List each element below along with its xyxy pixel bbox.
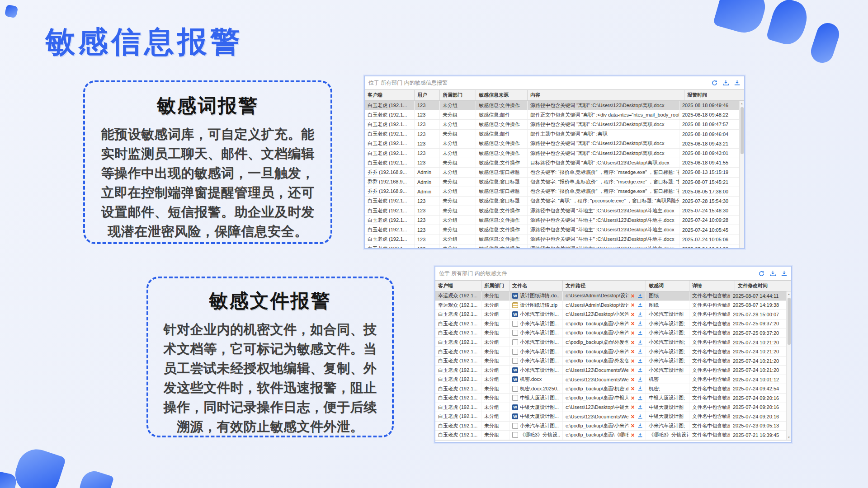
alert-table-row[interactable]: 白玉老虎 (192.1...123未分组敏感信息:文件操作源路径中包含关键词 “… [365, 149, 739, 158]
scroll-up-icon[interactable]: ▲ [741, 101, 743, 106]
file-table-row[interactable]: 白玉老虎 (192.1...未分组W小米汽车设计图...c:\Users\123… [435, 366, 786, 375]
refresh-icon[interactable] [758, 270, 765, 277]
column-header-content[interactable]: 内容 [528, 90, 684, 100]
download-icon[interactable] [637, 330, 643, 336]
file-table-row[interactable]: 白玉老虎 (192.1...未分组W机密.docxc:\Users\123\Do… [435, 375, 786, 385]
scrollbar-thumb[interactable] [741, 107, 744, 154]
scrollbar-thumb[interactable] [788, 298, 791, 345]
alert-table-row[interactable]: 白玉老虎 (192.1...123未分组敏感信息:文件操作源路径中包含关键词 “… [365, 101, 739, 110]
cell-time: 2025-08-18 09:46:04 [679, 130, 739, 139]
alert-table-row[interactable]: 白玉老虎 (192.1...123未分组敏感信息:邮件邮件正文中包含关键词 “离… [365, 110, 739, 120]
cell-filename: 设计图纸详情.zip [509, 301, 563, 310]
column-header-dept[interactable]: 所属部门 [440, 90, 476, 100]
alert-table-row[interactable]: 白玉老虎 (192.1...123未分组敏感信息:文件操作源路径中包含关键词 “… [365, 206, 739, 216]
file-table-row[interactable]: 幸运观众 (192.1...未分组W设计图纸详情.do...c:\Users\A… [435, 291, 786, 301]
alert-table-row[interactable]: 白玉老虎 (192.1...123未分组敏感信息:文件操作源路径中包含关键词 “… [365, 244, 739, 249]
download-icon[interactable] [637, 395, 643, 401]
cell-client: 白玉老虎 (192.1... [435, 347, 481, 356]
vertical-scrollbar[interactable]: ▲ ▼ [739, 101, 744, 249]
remove-icon[interactable]: × [630, 320, 636, 327]
remove-icon[interactable]: × [630, 367, 636, 373]
vertical-scrollbar[interactable]: ▲ ▼ [786, 291, 791, 440]
column-header-client[interactable]: 客户端 [365, 90, 415, 100]
download-icon[interactable] [637, 404, 643, 410]
remove-icon[interactable]: × [630, 311, 636, 318]
remove-icon[interactable]: × [630, 422, 636, 429]
download-icon[interactable] [637, 358, 643, 364]
file-table-row[interactable]: 白玉老虎 (192.1...未分组中银大厦设计图...c:\podlp_back… [435, 394, 786, 403]
column-header-client[interactable]: 客户端 [435, 281, 481, 291]
alert-table-row[interactable]: 乔乔 (192.168.9...Admin未分组敏感信息:窗口标题包含关键字: … [365, 168, 739, 177]
alert-table-row[interactable]: 白玉老虎 (192.1...123未分组敏感信息:文件操作目标路径中包含关键词 … [365, 158, 739, 168]
download-icon[interactable] [637, 312, 643, 317]
remove-icon[interactable]: × [630, 358, 636, 364]
alert-table-row[interactable]: 白玉老虎 (192.1...123未分组敏感信息:文件操作源路径中包含关键词 “… [365, 216, 739, 225]
cell-detail: 文件名中包含敏感词; [689, 375, 730, 384]
cell-filepath: c:\podlp_backup\桌面\小米汽车设计...× [563, 328, 646, 338]
file-table-row[interactable]: 白玉老虎 (192.1...未分组小米汽车设计图...c:\podlp_back… [435, 347, 786, 357]
column-header-filepath[interactable]: 文件路径 [563, 281, 646, 291]
download-icon[interactable] [637, 414, 643, 419]
column-header-source[interactable]: 敏感信息来源 [476, 90, 528, 100]
remove-icon[interactable]: × [630, 395, 636, 401]
download-icon[interactable] [637, 321, 643, 326]
file-table-row[interactable]: 白玉老虎 (192.1...未分组W小米汽车设计图...c:\Users\123… [435, 310, 786, 319]
download-icon[interactable] [637, 340, 643, 345]
alert-table-row[interactable]: 白玉老虎 (192.1...123未分组敏感信息:文件操作源路径中包含关键词 “… [365, 225, 739, 235]
download-icon[interactable] [733, 80, 741, 87]
file-table-row[interactable]: 白玉老虎 (192.1...未分组小米汽车设计图...c:\podlp_back… [435, 422, 786, 431]
alert-table-row[interactable]: 白玉老虎 (192.1...123未分组敏感信息:文件操作源路径中包含关键词 “… [365, 235, 739, 244]
download-icon[interactable] [637, 293, 643, 299]
scroll-down-icon[interactable]: ▼ [741, 249, 743, 249]
remove-icon[interactable]: × [630, 432, 636, 438]
alert-table-row[interactable]: 乔乔 (192.168.9...Admin未分组敏感信息:窗口标题包含关键字: … [365, 178, 739, 187]
download-icon[interactable] [780, 270, 788, 277]
cell-filename: W中银大厦设计图... [509, 403, 563, 412]
remove-icon[interactable]: × [630, 385, 636, 392]
remove-icon[interactable]: × [630, 330, 636, 336]
file-table-row[interactable]: 白玉老虎 (192.1...未分组小米汽车设计图...c:\podlp_back… [435, 357, 786, 366]
alert-table-row[interactable]: 白玉老虎 (192.1...123未分组敏感信息:邮件邮件主题中包含关键词 “离… [365, 130, 739, 139]
remove-icon[interactable]: × [630, 404, 636, 410]
cell-source: 敏感信息:文件操作 [476, 120, 528, 129]
remove-icon[interactable]: × [630, 348, 636, 355]
download-icon[interactable] [637, 386, 643, 391]
file-table-row[interactable]: 白玉老虎 (192.1...未分组机密.docx.20250...c:\podl… [435, 384, 786, 394]
alert-table-row[interactable]: 白玉老虎 (192.1...123未分组敏感信息:窗口标题包含关键字: “离职”… [365, 197, 739, 206]
file-table-row[interactable]: 白玉老虎 (192.1...未分组《哪吒3》分镜设...c:\podlp_bac… [435, 431, 786, 440]
remove-icon[interactable]: × [630, 339, 636, 346]
file-table-row[interactable]: 白玉老虎 (192.1...未分组小米汽车设计图...c:\podlp_back… [435, 328, 786, 338]
remove-icon[interactable]: × [630, 376, 636, 383]
download-icon[interactable] [637, 423, 643, 428]
column-header-modified[interactable]: 文件修改时间 [735, 281, 791, 291]
export-icon[interactable] [722, 80, 729, 87]
file-table-row[interactable]: 幸运观众 (192.1...未分组设计图纸详情.zipc:\Users\Admi… [435, 301, 786, 310]
column-header-time[interactable]: 报警时间 [684, 90, 744, 100]
file-table-row[interactable]: 白玉老虎 (192.1...未分组小米汽车设计图...c:\podlp_back… [435, 338, 786, 347]
column-header-user[interactable]: 用户 [415, 90, 440, 100]
cell-filename: 小米汽车设计图... [509, 422, 563, 431]
alert-table-row[interactable]: 白玉老虎 (192.1...123未分组敏感信息:文件操作源路径中包含关键词 “… [365, 120, 739, 129]
remove-icon[interactable]: × [630, 302, 636, 308]
remove-icon[interactable]: × [630, 293, 636, 299]
alert-table-row[interactable]: 白玉老虎 (192.1...123未分组敏感信息:文件操作源路径中包含关键词 “… [365, 139, 739, 149]
download-icon[interactable] [637, 302, 643, 308]
alert-table-row[interactable]: 乔乔 (192.168.9...Admin未分组敏感信息:窗口标题包含关键字: … [365, 187, 739, 197]
file-table-row[interactable]: 白玉老虎 (192.1...未分组小米汽车设计图...c:\podlp_back… [435, 319, 786, 329]
download-icon[interactable] [637, 377, 643, 382]
cell-dept: 未分组 [481, 301, 509, 310]
download-icon[interactable] [637, 367, 643, 373]
scroll-up-icon[interactable]: ▲ [788, 291, 790, 297]
column-header-dept[interactable]: 所属部门 [481, 281, 509, 291]
remove-icon[interactable]: × [630, 413, 636, 420]
scroll-down-icon[interactable]: ▼ [788, 435, 790, 440]
download-icon[interactable] [637, 349, 643, 354]
file-table-row[interactable]: 白玉老虎 (192.1...未分组W中银大厦设计图...c:\Users\123… [435, 412, 786, 422]
export-icon[interactable] [769, 270, 776, 277]
column-header-detail[interactable]: 详情 [689, 281, 735, 291]
download-icon[interactable] [637, 432, 643, 438]
column-header-filename[interactable]: 文件名 [509, 281, 563, 291]
file-table-row[interactable]: 白玉老虎 (192.1...未分组W中银大厦设计图...c:\Users\123… [435, 403, 786, 413]
column-header-keyword[interactable]: 敏感词 [646, 281, 689, 291]
refresh-icon[interactable] [711, 80, 718, 87]
